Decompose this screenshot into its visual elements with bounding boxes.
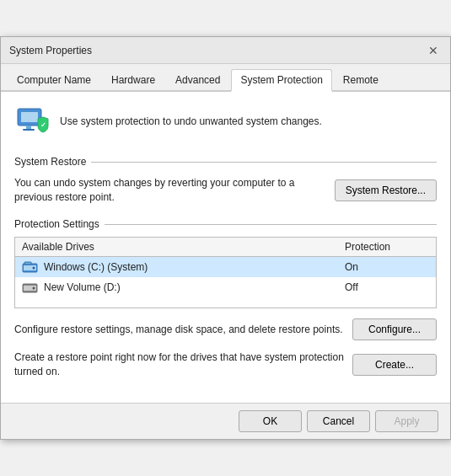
svg-text:✓: ✓ xyxy=(40,121,46,129)
create-text: Create a restore point right now for the… xyxy=(14,350,344,379)
drive-c-protection: On xyxy=(345,261,429,273)
drive-d-cell: New Volume (D:) xyxy=(22,281,345,294)
protection-settings-header: Protection Settings xyxy=(14,218,437,230)
top-info-row: ✓ Use system protection to undo unwanted… xyxy=(14,104,437,144)
protection-settings-section: Protection Settings Available Drives Pro… xyxy=(14,218,437,381)
table-body: Windows (C:) (System) On xyxy=(15,257,436,308)
create-row: Create a restore point right now for the… xyxy=(14,349,437,381)
ok-button[interactable]: OK xyxy=(239,410,302,432)
system-restore-divider xyxy=(91,162,437,163)
tab-advanced[interactable]: Advanced xyxy=(166,69,229,90)
configure-row: Configure restore settings, manage disk … xyxy=(14,317,437,342)
tab-hardware[interactable]: Hardware xyxy=(102,69,164,90)
svg-point-8 xyxy=(33,267,35,270)
table-header-row: Available Drives Protection xyxy=(15,238,436,257)
system-restore-row: You can undo system changes by reverting… xyxy=(14,174,437,206)
system-properties-window: System Properties ✕ Computer Name Hardwa… xyxy=(0,36,451,439)
tab-content: ✓ Use system protection to undo unwanted… xyxy=(1,92,450,402)
system-icon: ✓ xyxy=(14,104,50,139)
svg-point-11 xyxy=(33,287,35,290)
configure-text: Configure restore settings, manage disk … xyxy=(14,323,344,337)
apply-button[interactable]: Apply xyxy=(375,410,438,432)
tab-computer-name[interactable]: Computer Name xyxy=(8,69,100,90)
protection-settings-divider xyxy=(105,224,437,225)
drive-c-label: Windows (C:) (System) xyxy=(44,261,148,273)
titlebar: System Properties ✕ xyxy=(1,37,450,64)
system-restore-section: System Restore You can undo system chang… xyxy=(14,156,437,206)
drive-d-protection: Off xyxy=(345,281,429,293)
drive-c-icon xyxy=(22,260,39,274)
protection-settings-label: Protection Settings xyxy=(14,218,99,230)
drive-d-label: New Volume (D:) xyxy=(44,281,121,293)
drive-d-icon xyxy=(22,281,39,294)
svg-rect-3 xyxy=(23,129,35,131)
footer: OK Cancel Apply xyxy=(1,403,450,439)
create-button[interactable]: Create... xyxy=(352,354,437,376)
drives-table: Available Drives Protection xyxy=(14,237,437,308)
svg-rect-6 xyxy=(24,262,31,265)
svg-rect-1 xyxy=(21,112,38,122)
window-title: System Properties xyxy=(9,45,92,56)
configure-button[interactable]: Configure... xyxy=(352,318,437,340)
col-header-drive: Available Drives xyxy=(22,241,345,253)
tab-remote[interactable]: Remote xyxy=(334,69,388,90)
tab-system-protection[interactable]: System Protection xyxy=(231,69,331,92)
system-restore-label: System Restore xyxy=(14,156,86,168)
drive-c-cell: Windows (C:) (System) xyxy=(22,260,345,274)
close-button[interactable]: ✕ xyxy=(425,42,442,59)
cancel-button[interactable]: Cancel xyxy=(307,410,370,432)
col-header-protection: Protection xyxy=(345,241,429,253)
svg-rect-2 xyxy=(26,126,31,129)
table-row[interactable]: Windows (C:) (System) On xyxy=(15,257,436,277)
top-info-text: Use system protection to undo unwanted s… xyxy=(60,115,322,127)
table-row[interactable]: New Volume (D:) Off xyxy=(15,277,436,297)
tab-bar: Computer Name Hardware Advanced System P… xyxy=(1,64,450,92)
system-restore-description: You can undo system changes by reverting… xyxy=(14,176,326,205)
system-restore-button[interactable]: System Restore... xyxy=(335,179,437,201)
system-restore-header: System Restore xyxy=(14,156,437,168)
